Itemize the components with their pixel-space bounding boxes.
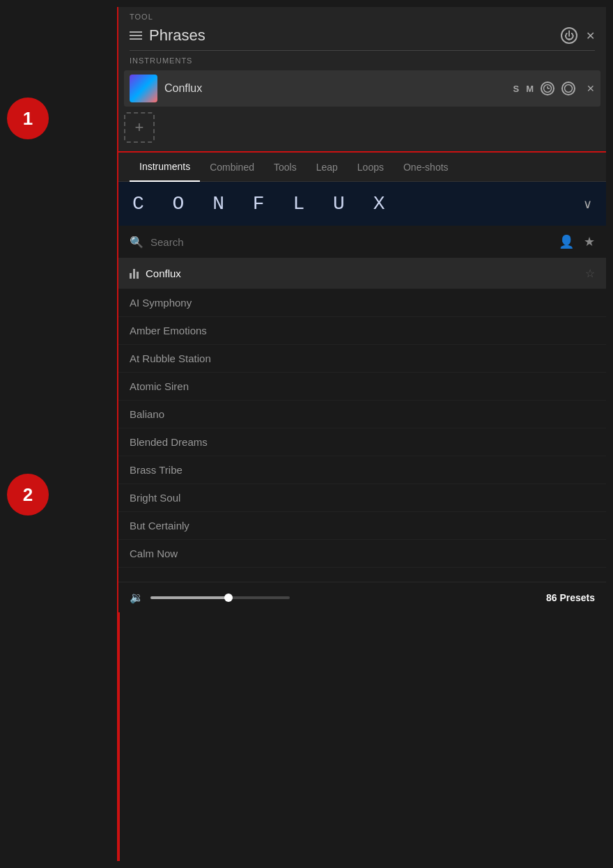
add-instrument-button[interactable]: + [124,112,155,143]
list-item-9[interactable]: Calm Now [118,540,606,568]
brand-chevron-icon[interactable]: ∨ [583,196,592,212]
list-item-6[interactable]: Brass Tribe [118,456,606,484]
badge-2: 2 [7,474,49,516]
volume-icon: 🔉 [130,591,143,604]
search-bar: 🔍 👤 ★ [118,226,606,258]
solo-button[interactable]: S [513,84,519,94]
tool-title-row: Phrases ⏻ ✕ [118,24,606,50]
search-input[interactable] [150,236,559,248]
favorites-filter-icon[interactable]: ★ [584,234,595,249]
list-item-3[interactable]: Atomic Siren [118,373,606,401]
preset-list: Conflux ☆ AI Symphony Amber Emotions At … [118,258,606,568]
instrument-name: Conflux [164,82,506,95]
tab-combined[interactable]: Combined [200,153,264,181]
tool-header: TOOL [118,7,606,24]
instrument-icon [130,75,157,102]
tool-actions: ⏻ ✕ [561,27,595,44]
power-button[interactable]: ⏻ [561,27,577,44]
list-item-2[interactable]: At Rubble Station [118,345,606,373]
search-actions: 👤 ★ [559,234,595,249]
user-filter-icon[interactable]: 👤 [559,234,574,249]
mute-button[interactable]: M [526,84,534,94]
list-item-1[interactable]: Amber Emotions [118,317,606,345]
volume-slider[interactable] [150,596,290,599]
brand-logo: C O N F L U X [132,193,393,215]
badge-1: 1 [7,98,49,139]
tabs-row: Instruments Combined Tools Leap Loops On… [118,153,606,182]
close-tool-button[interactable]: ✕ [586,29,595,42]
svg-point-3 [565,85,573,93]
tab-one-shots[interactable]: One-shots [394,153,458,181]
main-panel: TOOL Phrases ⏻ ✕ INSTRUMENTS Conflux S M [118,7,606,612]
instruments-label: INSTRUMENTS [118,51,606,68]
timer-circle-1[interactable] [541,82,554,95]
instrument-controls: S M ✕ [513,82,595,95]
tab-instruments[interactable]: Instruments [130,153,200,182]
list-item-5[interactable]: Blended Dreams [118,428,606,456]
timer-circle-2[interactable] [561,82,575,95]
tool-title: Phrases [149,26,554,45]
tab-tools[interactable]: Tools [264,153,306,181]
tool-label: TOOL [130,13,153,21]
list-item-7[interactable]: Bright Soul [118,484,606,512]
hamburger-icon[interactable] [130,31,142,40]
remove-instrument-button[interactable]: ✕ [587,83,595,94]
tab-leap[interactable]: Leap [306,153,348,181]
top-section: TOOL Phrases ⏻ ✕ INSTRUMENTS Conflux S M [118,7,606,153]
preset-item-conflux[interactable]: Conflux ☆ [118,258,606,289]
volume-thumb[interactable] [224,594,233,602]
tab-loops[interactable]: Loops [348,153,394,181]
brand-header[interactable]: C O N F L U X ∨ [118,182,606,226]
preset-star-icon[interactable]: ☆ [585,267,595,280]
instrument-row[interactable]: Conflux S M ✕ [124,70,600,107]
search-icon: 🔍 [130,235,143,249]
volume-fill [150,596,227,599]
presets-count: 86 Presets [546,592,595,603]
list-item-4[interactable]: Baliano [118,401,606,428]
footer-bar: 🔉 86 Presets [118,582,606,612]
preset-name-active: Conflux [146,268,585,279]
list-item-8[interactable]: But Certainly [118,512,606,540]
bottom-section: Instruments Combined Tools Leap Loops On… [118,153,606,612]
list-item-0[interactable]: AI Symphony [118,289,606,317]
preset-bars-icon [130,269,139,279]
